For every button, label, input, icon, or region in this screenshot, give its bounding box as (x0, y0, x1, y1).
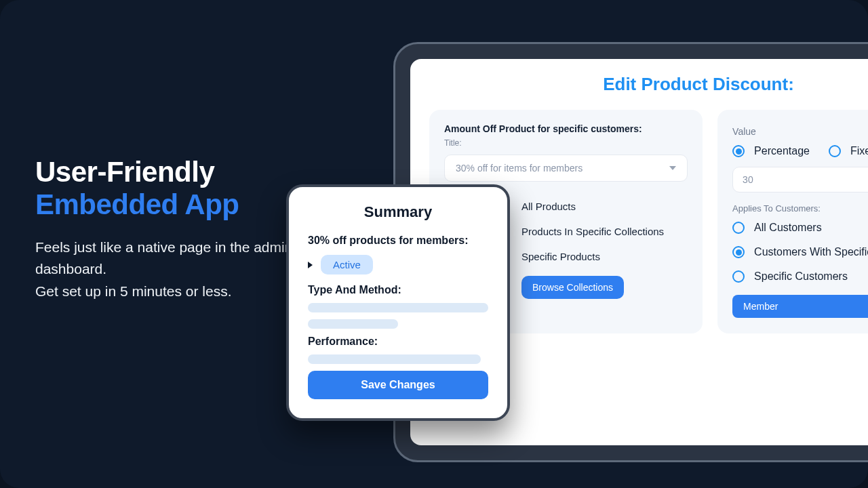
radio-fixed-price[interactable]: Fixed Price (829, 145, 868, 157)
browse-collections-button[interactable]: Browse Collections (521, 276, 624, 299)
browse-collections-label: Browse Collections (532, 282, 613, 293)
radio-icon (732, 246, 745, 258)
hero-copy: User-Friendly Embedded App Feels just li… (35, 156, 293, 302)
radio-all-customers-label: All Customers (754, 222, 822, 234)
radio-customers-tags[interactable]: Customers With Specific Tags (732, 246, 868, 258)
amount-off-heading: Amount Off Product for specific customer… (444, 123, 688, 134)
radio-icon (732, 145, 745, 157)
radio-all-customers[interactable]: All Customers (732, 222, 868, 234)
summary-type-heading: Type And Method: (308, 284, 488, 296)
summary-status-row[interactable]: Active (308, 255, 488, 274)
page-title: Edit Product Discount: (429, 74, 868, 95)
value-label: Value (732, 126, 868, 137)
radio-icon (829, 145, 841, 157)
hero-body-line2: Get set up in 5 minutes or less. (35, 283, 231, 299)
value-type-group: Percentage Fixed Price (732, 145, 868, 157)
summary-card: Summary 30% off products for members: Ac… (286, 184, 510, 421)
hero-title: User-Friendly Embedded App (35, 156, 293, 222)
radio-all-products-label: All Products (521, 201, 576, 212)
value-input-text: 30 (743, 174, 753, 185)
save-changes-button[interactable]: Save Changes (308, 371, 488, 399)
summary-title: Summary (308, 203, 488, 221)
radio-specific-customers-label: Specific Customers (754, 270, 848, 283)
status-badge: Active (321, 255, 373, 274)
save-changes-label: Save Changes (361, 379, 435, 391)
radio-specific-customers[interactable]: Specific Customers (732, 270, 868, 283)
radio-percentage-label: Percentage (754, 145, 810, 157)
radio-customers-tags-label: Customers With Specific Tags (754, 246, 868, 258)
chevron-down-icon (669, 166, 676, 170)
radio-percentage[interactable]: Percentage (732, 145, 810, 157)
skeleton-line (308, 319, 398, 329)
tag-pill-member[interactable]: Member (732, 295, 868, 318)
skeleton-line (308, 354, 481, 364)
hero-title-line2: Embedded App (35, 188, 239, 220)
hero-body-line1: Feels just like a native page in the adm… (35, 239, 292, 277)
status-badge-label: Active (333, 259, 361, 270)
promo-stage: User-Friendly Embedded App Feels just li… (0, 0, 868, 488)
radio-fixed-label: Fixed Price (850, 145, 868, 157)
applies-to-customers-label: Applies To Customers: (732, 203, 868, 214)
summary-headline: 30% off products for members: (308, 235, 488, 247)
radio-specific-products-label: Specific Products (521, 251, 600, 262)
value-panel: Value Percentage Fixed Price 30 (717, 110, 868, 333)
tag-pill-label: Member (743, 301, 778, 312)
title-select[interactable]: 30% off for items for members (444, 155, 688, 182)
radio-icon (732, 222, 745, 234)
title-select-value: 30% off for items for members (456, 163, 583, 174)
value-input[interactable]: 30 (732, 167, 868, 192)
radio-icon (732, 270, 745, 283)
summary-performance-heading: Performance: (308, 336, 488, 348)
radio-collections-label: Products In Specific Collections (521, 226, 664, 237)
caret-right-icon (308, 262, 313, 268)
hero-title-line1: User-Friendly (35, 156, 214, 188)
title-label: Title: (444, 138, 688, 148)
hero-body: Feels just like a native page in the adm… (35, 237, 293, 303)
skeleton-line (308, 303, 488, 312)
